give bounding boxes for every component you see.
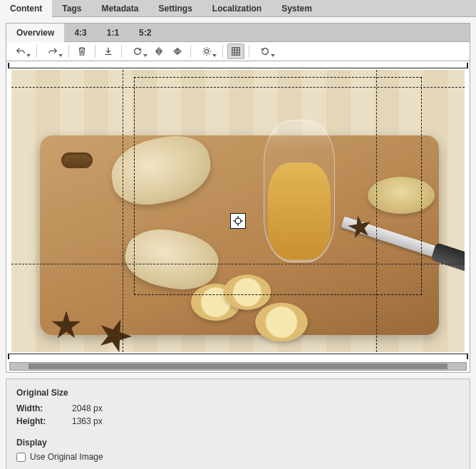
display-heading: Display <box>16 438 460 448</box>
flip-horizontal-icon <box>154 46 164 56</box>
flip-vertical-icon <box>172 46 182 56</box>
height-value: 1363 px <box>72 415 103 428</box>
use-original-checkbox[interactable] <box>16 453 26 462</box>
subtab-overview[interactable]: Overview <box>6 24 64 42</box>
photo-preview <box>11 70 465 352</box>
download-button[interactable] <box>100 43 117 59</box>
image-toolbar <box>6 41 470 61</box>
grid-icon <box>231 46 241 56</box>
brightness-button[interactable] <box>195 43 218 59</box>
ruler-top <box>8 63 468 68</box>
aspect-tabs: Overview 4:3 1:1 5:2 <box>6 23 470 41</box>
svg-rect-3 <box>232 48 240 56</box>
main-tabs: Content Tags Metadata Settings Localizat… <box>0 0 476 17</box>
redo-icon <box>48 46 58 56</box>
download-icon <box>103 46 113 56</box>
use-original-label: Use Original Image <box>30 452 103 462</box>
subtab-4-3[interactable]: 4:3 <box>64 24 96 42</box>
tab-metadata[interactable]: Metadata <box>91 0 148 17</box>
trash-icon <box>77 46 87 56</box>
rotate-button[interactable] <box>254 43 276 59</box>
rotate-icon <box>260 46 270 56</box>
image-stage <box>6 61 470 373</box>
flip-vertical-button[interactable] <box>169 43 186 59</box>
width-label: Width: <box>16 402 72 415</box>
undo-button[interactable] <box>9 43 32 59</box>
tab-system[interactable]: System <box>271 0 322 17</box>
original-size-heading: Original Size <box>16 388 460 398</box>
ruler-bottom <box>8 354 468 359</box>
info-panel: Original Size Width: 2048 px Height: 136… <box>6 378 470 469</box>
svg-rect-0 <box>158 47 159 56</box>
refresh-icon <box>133 46 143 56</box>
brightness-icon <box>202 46 212 56</box>
tab-content[interactable]: Content <box>0 0 52 17</box>
tab-tags[interactable]: Tags <box>52 0 91 17</box>
width-value: 2048 px <box>72 402 103 415</box>
redo-button[interactable] <box>41 43 64 59</box>
svg-point-2 <box>205 49 208 53</box>
subtab-5-2[interactable]: 5:2 <box>129 24 161 42</box>
undo-icon <box>16 46 26 56</box>
svg-rect-1 <box>173 51 182 51</box>
subtab-1-1[interactable]: 1:1 <box>97 24 129 42</box>
flip-horizontal-button[interactable] <box>150 43 167 59</box>
grid-toggle-button[interactable] <box>227 43 244 59</box>
tab-settings[interactable]: Settings <box>148 0 202 17</box>
delete-button[interactable] <box>73 43 90 59</box>
tab-localization[interactable]: Localization <box>202 0 271 17</box>
horizontal-scrollbar[interactable] <box>9 362 467 371</box>
refresh-button[interactable] <box>126 43 149 59</box>
image-canvas[interactable] <box>11 70 465 352</box>
height-label: Height: <box>16 415 72 428</box>
use-original-checkbox-row[interactable]: Use Original Image <box>16 452 460 462</box>
